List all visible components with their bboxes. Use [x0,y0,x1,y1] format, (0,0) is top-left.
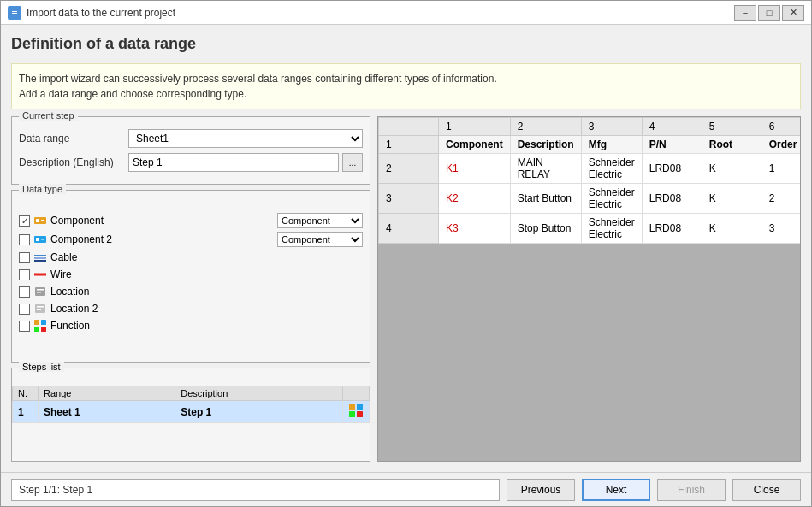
browse-button[interactable]: ... [342,153,363,172]
location2-icon [33,302,47,315]
grid-cell: Description [510,136,581,154]
grid-cell: Schneider Electric [581,154,642,184]
close-button[interactable]: ✕ [782,5,804,21]
page-title: Definition of a data range [11,35,801,53]
svg-rect-19 [37,309,41,310]
grid-cell: 4 [379,214,439,244]
grid-cell: K1 [439,154,511,184]
left-panel: Current step Data range Sheet1 Desc [11,116,370,462]
description-control: Step 1 ... [128,153,363,172]
description-label: Description (English) [19,156,122,168]
current-step-group: Current step Data range Sheet1 Desc [11,116,370,185]
list-item[interactable]: Location [15,283,366,300]
grid-col-1: 1 [439,118,511,136]
grid-col-4: 4 [642,118,702,136]
component-name: Component [50,215,274,227]
checkbox-component2[interactable] [19,234,30,245]
data-range-label: Data range [19,133,122,144]
grid-col-2: 2 [510,118,581,136]
table-row[interactable]: 1 Sheet 1 Step 1 [13,401,370,423]
grid-cell: 2 [762,184,801,214]
grid-cell: K3 [439,214,511,244]
list-item[interactable]: Cable [15,249,366,266]
checkbox-function[interactable] [19,321,30,332]
grid-cell: Mfg [581,136,642,154]
cable-icon [33,251,47,264]
grid-cell: MAIN RELAY [510,154,581,184]
description-input[interactable]: Step 1 [128,153,339,172]
window-controls: − □ ✕ [734,5,804,21]
list-item[interactable]: Function [15,317,366,334]
right-panel: 1 2 3 4 5 6 1ComponentDescriptionMfgP/NR… [377,116,801,462]
svg-rect-20 [34,320,39,325]
list-item[interactable]: Wire [15,266,366,283]
data-grid: 1 2 3 4 5 6 1ComponentDescriptionMfgP/NR… [378,117,801,244]
description-line1: The import wizard can successively proce… [19,71,793,86]
steps-col-number: N. [13,386,39,401]
steps-list-label: Steps list [19,362,64,372]
next-button[interactable]: Next [582,479,650,501]
list-item[interactable]: ✓ Component Component [15,211,366,230]
data-type-label: Data type [19,184,66,194]
grid-cell: LRD08 [642,154,702,184]
svg-rect-15 [37,289,44,291]
step-icon-cell [343,401,370,423]
maximize-button[interactable]: □ [758,5,780,21]
checkbox-location[interactable] [19,286,30,298]
footer: Step 1/1: Step 1 Previous Next Finish Cl… [1,472,811,506]
grid-cell: K [702,154,762,184]
data-range-select-wrapper[interactable]: Sheet1 [128,129,363,148]
list-item[interactable]: Component 2 Component [15,230,366,249]
table-row: 4K3Stop ButtonSchneider ElectricLRD08K3 [379,214,802,244]
window-title: Import data to the current project [27,7,729,19]
svg-rect-12 [34,260,46,262]
svg-rect-5 [36,219,39,222]
svg-rect-24 [349,404,355,410]
status-text: Step 1/1: Step 1 [11,479,500,501]
svg-rect-22 [34,327,39,332]
component2-name: Component 2 [50,233,274,245]
checkbox-cable[interactable] [19,252,30,263]
step-description: Step 1 [175,401,343,423]
svg-rect-21 [41,320,46,325]
component2-type-select[interactable]: Component [277,232,363,247]
grid-col-3: 3 [581,118,642,136]
grid-cell: 1 [762,154,801,184]
checkbox-wire[interactable] [19,269,30,280]
steps-table: N. Range Description 1 Sheet 1 Step 1 [12,386,370,423]
component-type-select[interactable]: Component [277,213,363,228]
checkbox-location2[interactable] [19,304,30,315]
data-range-select[interactable]: Sheet1 [128,129,363,148]
location-icon [33,285,47,298]
grid-cell: Schneider Electric [581,184,642,214]
data-range-control: Sheet1 [128,129,363,148]
grid-cell: LRD08 [642,184,702,214]
grid-cell: 3 [762,214,801,244]
description-line2: Add a data range and choose correspondin… [19,86,793,102]
content-area: Definition of a data range The import wi… [1,25,811,472]
svg-rect-2 [12,13,17,14]
list-item[interactable]: Location 2 [15,300,366,317]
checkbox-component[interactable]: ✓ [19,215,30,227]
grid-cell: 2 [379,154,439,184]
svg-rect-10 [34,255,46,256]
grid-cell: 1 [379,136,439,154]
grid-col-row [379,118,439,136]
grid-cell: LRD08 [642,214,702,244]
close-button[interactable]: Close [732,479,801,501]
previous-button[interactable]: Previous [507,479,575,501]
location-name: Location [50,286,363,298]
steps-col-icon [343,386,370,401]
grid-cell: Root [702,136,762,154]
step-range: Sheet 1 [39,401,175,423]
component-icon [33,214,47,227]
svg-rect-27 [357,411,363,417]
minimize-button[interactable]: − [734,5,756,21]
function-icon [33,319,47,333]
finish-button[interactable]: Finish [657,479,726,501]
wire-icon [33,268,47,281]
description-row: Description (English) Step 1 ... [19,153,363,172]
main-window: Import data to the current project − □ ✕… [0,0,812,507]
grid-cell: K [702,184,762,214]
table-row: 2K1MAIN RELAYSchneider ElectricLRD08K1 [379,154,802,184]
